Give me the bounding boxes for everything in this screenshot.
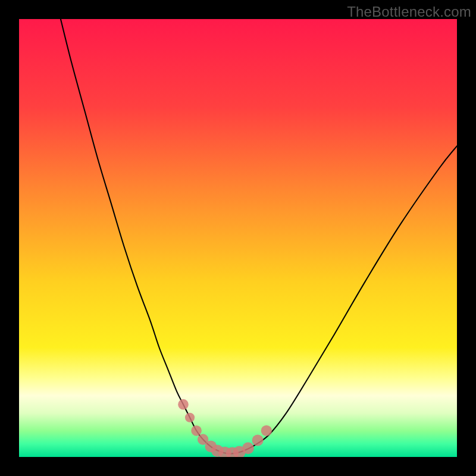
curve-marker <box>242 442 254 454</box>
curve-marker <box>185 413 195 422</box>
curve-marker <box>178 399 189 410</box>
plot-area <box>19 19 457 457</box>
curve-marker <box>252 434 264 446</box>
watermark-text: TheBottleneck.com <box>347 4 471 20</box>
curve-layer <box>19 19 457 457</box>
chart-container: TheBottleneck.com <box>0 0 476 476</box>
curve-marker <box>191 425 202 436</box>
curve-markers <box>178 399 272 457</box>
curve-marker <box>261 425 272 436</box>
bottleneck-curve <box>61 19 457 454</box>
